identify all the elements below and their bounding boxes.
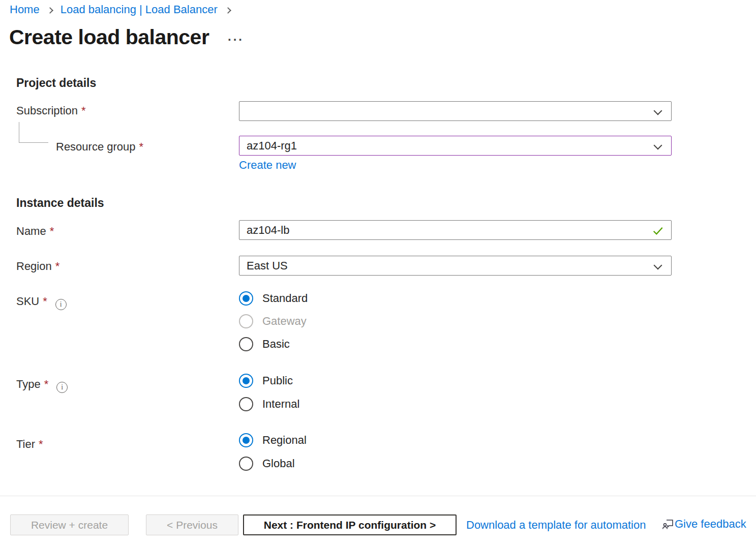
name-label: Name* [16, 225, 54, 238]
instance-details-heading: Instance details [16, 196, 104, 210]
radio-unselected-icon [239, 457, 253, 471]
radio-option-label: Standard [262, 292, 308, 305]
sku-option-gateway: Gateway [239, 314, 307, 328]
required-asterisk: * [43, 295, 47, 308]
type-label: Type* [16, 378, 68, 393]
feedback-icon [662, 518, 674, 530]
type-option-public[interactable]: Public [239, 374, 293, 388]
region-value: East US [247, 259, 288, 272]
radio-unselected-icon [239, 337, 253, 351]
info-icon[interactable] [55, 299, 67, 310]
required-asterisk: * [55, 260, 60, 272]
sku-option-standard[interactable]: Standard [239, 291, 308, 306]
radio-selected-icon [239, 291, 253, 306]
region-dropdown[interactable]: East US [239, 256, 672, 276]
name-value: az104-lb [247, 224, 289, 237]
radio-option-label: Public [262, 374, 293, 387]
radio-selected-icon [239, 433, 253, 447]
chevron-down-icon [654, 261, 662, 270]
sku-option-basic[interactable]: Basic [239, 337, 290, 351]
radio-selected-icon [239, 374, 253, 388]
radio-option-label: Internal [262, 398, 299, 411]
resource-group-label: Resource group* [56, 140, 143, 154]
page-title: Create load balancer [9, 25, 209, 49]
tier-label: Tier* [16, 438, 43, 451]
resource-group-value: az104-rg1 [247, 139, 297, 153]
chevron-right-icon [225, 7, 231, 14]
chevron-down-icon [654, 107, 662, 115]
create-load-balancer-page: Home Load balancing | Load Balancer Crea… [0, 0, 756, 546]
tier-label-text: Tier [16, 438, 35, 450]
resource-group-label-text: Resource group [56, 140, 136, 153]
breadcrumb-home-link[interactable]: Home [10, 3, 40, 16]
required-asterisk: * [139, 140, 144, 153]
breadcrumb: Home Load balancing | Load Balancer [10, 3, 238, 16]
subscription-label-text: Subscription [16, 104, 78, 117]
valid-checkmark-icon [652, 225, 664, 237]
resource-group-dropdown[interactable]: az104-rg1 [239, 136, 672, 156]
radio-unselected-icon [239, 397, 253, 411]
chevron-down-icon [654, 141, 662, 150]
required-asterisk: * [39, 438, 43, 450]
footer-divider [0, 496, 756, 496]
breadcrumb-load-balancing-link[interactable]: Load balancing | Load Balancer [61, 3, 218, 16]
radio-option-label: Gateway [262, 315, 307, 328]
give-feedback-link[interactable]: Give feedback [675, 518, 746, 531]
radio-option-label: Basic [262, 338, 290, 351]
required-asterisk: * [81, 104, 86, 117]
subscription-dropdown[interactable] [239, 101, 672, 121]
previous-button[interactable]: < Previous [146, 514, 238, 535]
project-details-heading: Project details [16, 76, 96, 90]
give-feedback-link-group[interactable]: Give feedback [662, 518, 746, 531]
review-create-button[interactable]: Review + create [10, 514, 129, 535]
tier-option-regional[interactable]: Regional [239, 433, 307, 447]
subscription-resource-group-connector [19, 122, 48, 143]
radio-option-label: Regional [262, 434, 307, 447]
radio-option-label: Global [262, 457, 295, 470]
more-actions-button[interactable]: ... [228, 29, 244, 44]
radio-disabled-icon [239, 314, 253, 328]
name-input[interactable]: az104-lb [239, 220, 672, 240]
tier-option-global[interactable]: Global [239, 457, 295, 471]
chevron-right-icon [47, 7, 53, 14]
required-asterisk: * [44, 378, 49, 390]
name-label-text: Name [16, 225, 46, 237]
next-frontend-ip-configuration-button[interactable]: Next : Frontend IP configuration > [243, 514, 457, 535]
type-option-internal[interactable]: Internal [239, 397, 299, 411]
required-asterisk: * [50, 225, 54, 237]
download-template-link[interactable]: Download a template for automation [466, 519, 646, 532]
create-new-resource-group-link[interactable]: Create new [239, 159, 296, 172]
region-label: Region* [16, 260, 59, 273]
sku-label-text: SKU [16, 295, 39, 308]
info-icon[interactable] [56, 382, 68, 393]
sku-label: SKU* [16, 295, 67, 310]
type-label-text: Type [16, 378, 41, 390]
subscription-label: Subscription* [16, 104, 86, 117]
region-label-text: Region [16, 260, 52, 272]
